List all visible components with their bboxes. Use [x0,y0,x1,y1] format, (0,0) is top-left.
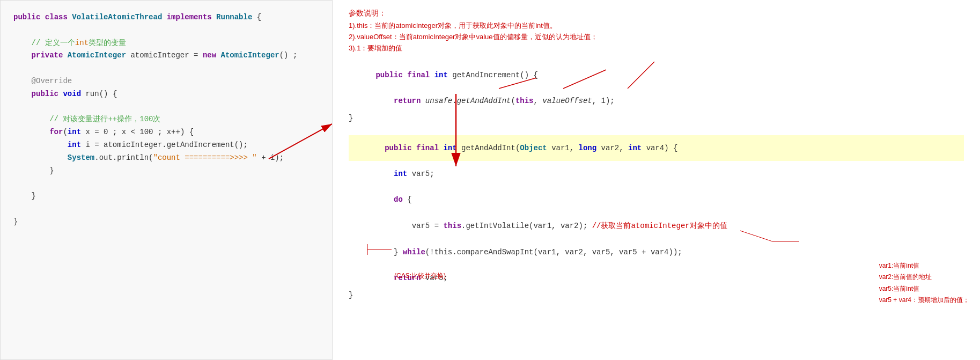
method2-line3: do { [349,187,964,212]
params-title: 参数说明： [349,9,964,18]
right-panel: 参数说明： 1).this：当前的atomicInteger对象，用于获取此对象… [333,0,980,360]
method2-line5: } while(!this.compareAndSwapInt(var1, va… [349,239,964,265]
code-line-14 [13,177,319,190]
method2-line7: } [349,291,964,299]
left-code-block: public class VolatileAtomicThread implem… [13,11,319,229]
code-line-4: private AtomicInteger atomicInteger = ne… [13,49,319,62]
param-line-2: 2).valueOffset：当前atomicInteger对象中value值的… [349,32,964,43]
code-line-10: for(int x = 0 ; x < 100 ; x++) { [13,126,319,139]
code-line-6: @Override [13,75,319,88]
cas-annotation: (CAS:比较并交换) [394,271,446,281]
var-annotations: var1:当前int值 var2:当前值的地址 var5:当前int值 var5… [879,260,969,306]
param-line-3: 3).1：要增加的值 [349,43,964,54]
code-line-2 [13,24,319,37]
code-line-3: // 定义一个int类型的变量 [13,37,319,50]
code-line-7: public void run() { [13,88,319,101]
code-line-15: } [13,190,319,203]
code-line-13: } [13,165,319,178]
param-line-1: 1).this：当前的atomicInteger对象，用于获取此对象中的当前in… [349,20,964,32]
method2-line1-highlight: public final int getAndAddInt(Object var… [349,135,964,161]
code-line-17: } [13,216,319,229]
left-code-panel: public class VolatileAtomicThread implem… [0,0,333,360]
method1-line1: public final int getAndIncrement() { [349,62,964,88]
var5-var4-label: var5 + var4：预期增加后的值； [879,295,969,306]
method2-line1: public final int getAndAddInt(Object var… [349,135,964,161]
method1-block: public final int getAndIncrement() { ret… [349,62,964,122]
var2-label: var2:当前值的地址 [879,271,969,283]
code-line-1: public class VolatileAtomicThread implem… [13,11,319,24]
code-line-9: // 对该变量进行++操作，100次 [13,113,319,126]
method2-line4: var5 = this.getIntVolatile(var1, var2); … [349,212,964,239]
var1-label: var1:当前int值 [879,260,969,272]
method1-line2: return unsafe.getAndAddInt(this, valueOf… [349,88,964,114]
method1-line3: } [349,114,964,122]
method2-line2: int var5; [349,161,964,187]
code-line-8 [13,101,319,114]
var5-label: var5:当前int值 [879,283,969,295]
code-line-12: System.out.println("count ==========>>>>… [13,152,319,165]
code-line-16 [13,203,319,216]
code-line-5 [13,62,319,75]
params-section: 参数说明： 1).this：当前的atomicInteger对象，用于获取此对象… [349,9,964,54]
code-line-11: int i = atomicInteger.getAndIncrement(); [13,139,319,152]
